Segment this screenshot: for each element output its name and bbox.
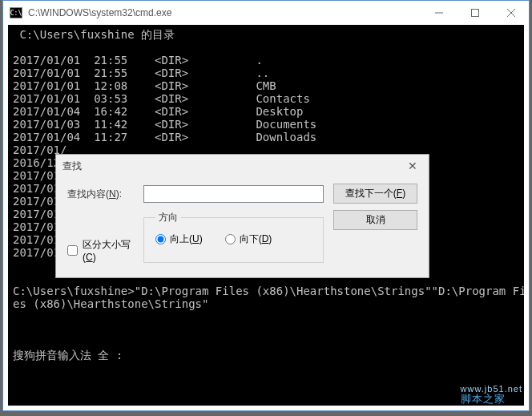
radio-up-input[interactable] [155,234,166,244]
cancel-button[interactable]: 取消 [333,210,417,230]
cmd-icon: C:\ [10,7,22,18]
find-input[interactable] [143,185,324,203]
titlebar[interactable]: C:\ C:\WINDOWS\system32\cmd.exe [3,1,529,25]
minimize-button[interactable] [421,1,457,24]
window-title: C:\WINDOWS\system32\cmd.exe [28,7,421,18]
close-button[interactable] [493,1,529,24]
dialog-close-icon[interactable]: ✕ [403,160,422,172]
dialog-titlebar[interactable]: 查找 ✕ [56,155,429,177]
direction-legend: 方向 [155,211,181,224]
svg-rect-1 [471,9,478,16]
radio-up[interactable]: 向上(U) [155,232,203,246]
dialog-title-text: 查找 [62,160,403,173]
match-case-label: 区分大小写(C) [83,238,143,263]
find-next-button[interactable]: 查找下一个(F) [333,184,417,204]
match-case-box[interactable] [67,245,78,256]
match-case-checkbox[interactable]: 区分大小写(C) [67,238,143,263]
window-controls [421,1,529,25]
radio-down-input[interactable] [225,234,236,244]
direction-group: 方向 向上(U) 向下(D) [143,211,324,263]
find-dialog: 查找 ✕ 查找内容(N): 区分大小写(C) 方向 向上(U) 向下(D) [55,154,429,278]
radio-down[interactable]: 向下(D) [225,232,272,246]
maximize-button[interactable] [457,1,493,24]
find-label: 查找内容(N): [67,188,143,201]
